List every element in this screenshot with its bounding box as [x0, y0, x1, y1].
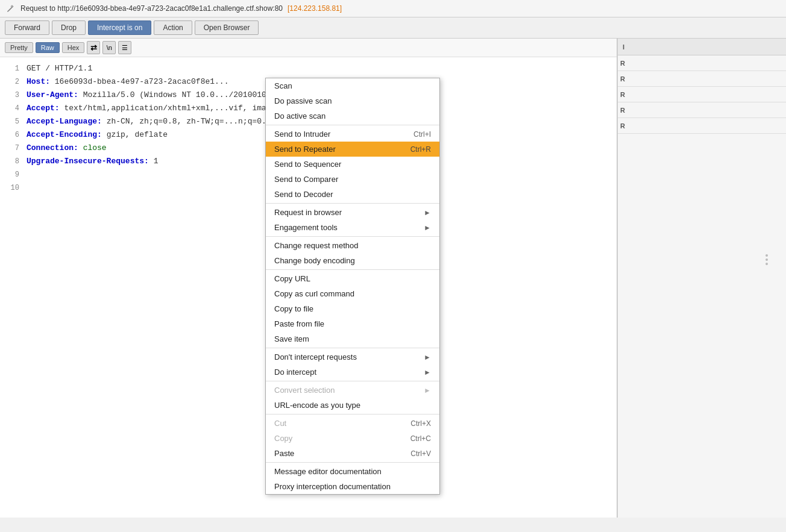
menu-item-scan[interactable]: Scan: [266, 78, 439, 93]
drop-button[interactable]: Drop: [52, 20, 86, 35]
intercept-button[interactable]: Intercept is on: [88, 20, 151, 35]
menu-item-cut[interactable]: Cut Ctrl+X: [266, 416, 439, 431]
menu-item-send-to-repeater-shortcut: Ctrl+R: [410, 145, 431, 154]
right-row-4: R: [618, 102, 786, 118]
pretty-button[interactable]: Pretty: [5, 42, 33, 53]
menu-separator-6: [266, 381, 439, 381]
menu-separator-1: [266, 125, 439, 125]
right-row-5: R: [618, 118, 786, 134]
action-button[interactable]: Action: [154, 20, 192, 35]
title-bar: Request to http://16e6093d-bbea-4e97-a72…: [0, 0, 786, 17]
menu-item-copy-url[interactable]: Copy URL: [266, 271, 439, 286]
menu-item-copy-label: Copy: [274, 434, 292, 443]
menu-separator-3: [266, 236, 439, 237]
request-ip: [124.223.158.81]: [288, 4, 342, 13]
menu-separator-8: [266, 462, 439, 463]
menu-item-engagement-tools[interactable]: Engagement tools ►: [266, 220, 439, 235]
format-icon-3[interactable]: ☰: [118, 41, 131, 54]
menu-item-url-encode[interactable]: URL-encode as you type: [266, 398, 439, 413]
chevron-right-icon-3: ►: [424, 353, 431, 361]
menu-item-send-to-intruder[interactable]: Send to Intruder Ctrl+I: [266, 127, 439, 142]
menu-item-copy-as-curl-label: Copy as curl command: [274, 289, 354, 298]
menu-item-cut-shortcut: Ctrl+X: [410, 419, 431, 428]
menu-item-scan-label: Scan: [274, 81, 292, 90]
format-icon-1[interactable]: ⇄: [87, 41, 100, 54]
menu-item-send-to-comparer-label: Send to Comparer: [274, 175, 338, 184]
menu-item-paste-label: Paste: [274, 449, 294, 458]
menu-item-message-editor-doc-label: Message editor documentation: [274, 467, 382, 476]
menu-item-copy-as-curl[interactable]: Copy as curl command: [266, 286, 439, 301]
chevron-right-icon-4: ►: [424, 368, 431, 377]
menu-item-do-passive-scan[interactable]: Do passive scan: [266, 93, 439, 108]
menu-item-copy-to-file[interactable]: Copy to file: [266, 301, 439, 316]
hex-button[interactable]: Hex: [62, 42, 85, 53]
menu-item-send-to-repeater-label: Send to Repeater: [274, 145, 336, 154]
menu-item-change-body-encoding-label: Change body encoding: [274, 256, 355, 265]
menu-item-do-intercept[interactable]: Do intercept ►: [266, 365, 439, 380]
menu-item-send-to-intruder-shortcut: Ctrl+I: [413, 130, 431, 139]
right-row-3: R: [618, 87, 786, 102]
menu-item-paste-shortcut: Ctrl+V: [410, 449, 431, 458]
menu-item-cut-label: Cut: [274, 419, 286, 428]
menu-item-paste-from-file[interactable]: Paste from file: [266, 316, 439, 331]
menu-separator-2: [266, 203, 439, 204]
main-area: Pretty Raw Hex ⇄ \n ☰ 1 GET / HTTP/1.1 2…: [0, 39, 786, 518]
svg-rect-0: [11, 5, 13, 8]
menu-item-do-active-scan-label: Do active scan: [274, 111, 325, 120]
chevron-right-icon-5: ►: [424, 386, 431, 395]
menu-item-send-to-decoder-label: Send to Decoder: [274, 190, 333, 199]
menu-item-convert-selection[interactable]: Convert selection ►: [266, 383, 439, 398]
menu-item-request-in-browser[interactable]: Request in browser ►: [266, 205, 439, 220]
forward-button[interactable]: Forward: [5, 20, 49, 35]
chevron-right-icon-2: ►: [424, 224, 431, 232]
menu-item-paste-from-file-label: Paste from file: [274, 319, 324, 328]
menu-item-send-to-sequencer[interactable]: Send to Sequencer: [266, 157, 439, 172]
menu-item-send-to-intruder-label: Send to Intruder: [274, 130, 330, 139]
raw-button[interactable]: Raw: [36, 42, 60, 53]
menu-separator-7: [266, 414, 439, 415]
menu-item-copy-to-file-label: Copy to file: [274, 304, 313, 313]
menu-item-proxy-doc-label: Proxy interception documentation: [274, 482, 391, 491]
right-row-1: R: [618, 55, 786, 71]
menu-item-proxy-doc[interactable]: Proxy interception documentation: [266, 479, 439, 494]
menu-item-request-in-browser-label: Request in browser: [274, 208, 342, 217]
menu-item-url-encode-label: URL-encode as you type: [274, 401, 360, 410]
menu-item-change-body-encoding[interactable]: Change body encoding: [266, 253, 439, 268]
menu-item-copy[interactable]: Copy Ctrl+C: [266, 431, 439, 446]
chevron-right-icon-1: ►: [424, 208, 431, 217]
menu-item-change-request-method-label: Change request method: [274, 241, 358, 250]
menu-item-do-intercept-label: Do intercept: [274, 368, 316, 377]
menu-item-paste[interactable]: Paste Ctrl+V: [266, 446, 439, 461]
request-title: Request to http://16e6093d-bbea-4e97-a72…: [20, 4, 283, 13]
menu-item-change-request-method[interactable]: Change request method: [266, 238, 439, 253]
format-bar: Pretty Raw Hex ⇄ \n ☰: [0, 39, 617, 57]
menu-item-dont-intercept-label: Don't intercept requests: [274, 352, 357, 361]
open-browser-button[interactable]: Open Browser: [195, 20, 259, 35]
pencil-icon: [6, 4, 16, 13]
menu-item-do-active-scan[interactable]: Do active scan: [266, 108, 439, 124]
menu-item-send-to-sequencer-label: Send to Sequencer: [274, 160, 341, 169]
code-line-1: 1 GET / HTTP/1.1: [0, 62, 617, 75]
menu-item-save-item[interactable]: Save item: [266, 331, 439, 346]
menu-item-send-to-decoder[interactable]: Send to Decoder: [266, 187, 439, 202]
menu-separator-5: [266, 348, 439, 348]
context-menu: Scan Do passive scan Do active scan Send…: [265, 78, 440, 495]
menu-item-dont-intercept[interactable]: Don't intercept requests ►: [266, 349, 439, 365]
menu-item-save-item-label: Save item: [274, 334, 309, 343]
menu-item-copy-url-label: Copy URL: [274, 274, 310, 283]
right-panel-header: I: [623, 43, 624, 51]
menu-item-message-editor-doc[interactable]: Message editor documentation: [266, 464, 439, 479]
toolbar: Forward Drop Intercept is on Action Open…: [0, 17, 786, 39]
menu-item-do-passive-scan-label: Do passive scan: [274, 96, 332, 105]
scroll-indicator: [766, 254, 768, 265]
menu-item-convert-selection-label: Convert selection: [274, 386, 335, 395]
right-row-2: R: [618, 71, 786, 87]
format-icon-2[interactable]: \n: [102, 41, 116, 54]
menu-item-send-to-repeater[interactable]: Send to Repeater Ctrl+R: [266, 142, 439, 157]
menu-separator-4: [266, 269, 439, 270]
menu-item-engagement-tools-label: Engagement tools: [274, 223, 338, 232]
menu-item-copy-shortcut: Ctrl+C: [410, 434, 431, 443]
menu-item-send-to-comparer[interactable]: Send to Comparer: [266, 172, 439, 187]
